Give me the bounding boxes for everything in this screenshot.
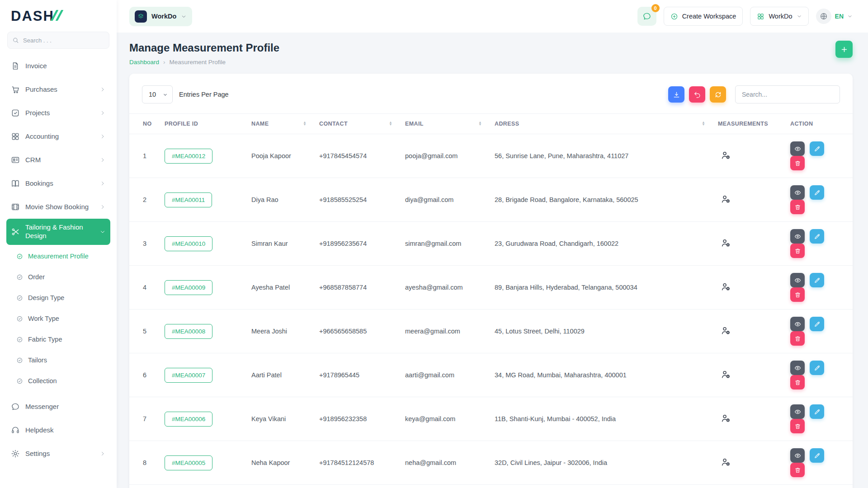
delete-button[interactable] (790, 419, 805, 433)
view-button[interactable] (790, 273, 805, 287)
sidebar-item-tailoring-fashion-design[interactable]: Tailoring & Fashion Design (6, 219, 110, 245)
measurements-button[interactable] (721, 369, 731, 380)
measurements-button[interactable] (721, 238, 731, 248)
delete-button[interactable] (790, 287, 805, 302)
profile-id-badge[interactable]: #MEA00005 (165, 455, 212, 470)
cell-name: Diya Rao (245, 178, 313, 222)
cell-address: 34, MG Road, Mumbai, Maharashtra, 400001 (488, 353, 712, 397)
trash-icon (794, 160, 801, 167)
column-header-action: ACTION (784, 114, 853, 134)
edit-button[interactable] (810, 229, 824, 244)
cell-no: 6 (129, 353, 158, 397)
view-button[interactable] (790, 185, 805, 200)
profile-id-badge[interactable]: #MEA00012 (165, 149, 212, 164)
create-workspace-button[interactable]: Create Workspace (664, 7, 743, 26)
sidebar-item-messenger[interactable]: Messenger (6, 395, 110, 418)
column-header-adress[interactable]: ADRESS▲▼ (488, 114, 712, 134)
workspace-switcher[interactable]: WorkDo (129, 7, 192, 26)
cell-contact: +918956232358 (313, 397, 399, 441)
edit-button[interactable] (810, 317, 824, 331)
cell-name: Simran Kaur (245, 222, 313, 266)
column-header-name[interactable]: NAME▲▼ (245, 114, 313, 134)
measurements-button[interactable] (721, 413, 731, 423)
cell-contact: +918956235674 (313, 222, 399, 266)
headset-icon (11, 426, 20, 435)
chevron-right-icon (99, 450, 106, 457)
language-selector[interactable]: EN (816, 9, 853, 24)
sidebar-subitem-tailors[interactable]: Tailors (10, 350, 110, 371)
sidebar-item-bookings[interactable]: Bookings (6, 172, 110, 195)
cell-profile-id: #MEA00007 (158, 353, 245, 397)
sidebar-submenu: Measurement Profile Order Design Type Wo… (6, 245, 110, 392)
edit-button[interactable] (810, 141, 824, 156)
app-logo[interactable]: DASH (0, 0, 117, 28)
view-button[interactable] (790, 229, 805, 244)
edit-button[interactable] (810, 404, 824, 419)
delete-button[interactable] (790, 375, 805, 389)
delete-button[interactable] (790, 244, 805, 258)
table-header-row: NO PROFILE ID NAME▲▼ CONTACT▲▼ EMAIL▲▼ (129, 114, 853, 134)
profile-id-badge[interactable]: #MEA00008 (165, 324, 212, 339)
check-square-icon (11, 108, 20, 117)
cell-email: aarti@gmail.com (399, 353, 488, 397)
sidebar-subitem-design-type[interactable]: Design Type (10, 287, 110, 308)
reset-button[interactable] (689, 86, 705, 103)
column-header-contact[interactable]: CONTACT▲▼ (313, 114, 399, 134)
edit-button[interactable] (810, 361, 824, 375)
profile-id-badge[interactable]: #MEA00006 (165, 412, 212, 427)
sidebar-item-movie-show-booking[interactable]: Movie Show Booking (6, 195, 110, 219)
view-button[interactable] (790, 361, 805, 375)
cell-profile-id: #MEA00008 (158, 310, 245, 353)
pencil-icon (814, 277, 821, 284)
measurements-button[interactable] (721, 325, 731, 336)
measurements-button[interactable] (721, 457, 731, 467)
sidebar-subitem-collection[interactable]: Collection (10, 371, 110, 391)
refresh-button[interactable] (710, 86, 726, 103)
sidebar-item-projects[interactable]: Projects (6, 101, 110, 125)
profile-id-badge[interactable]: #MEA00011 (165, 192, 212, 207)
sidebar-search-input[interactable] (7, 32, 109, 49)
view-button[interactable] (790, 448, 805, 463)
sidebar-item-helpdesk[interactable]: Helpdesk (6, 418, 110, 442)
profile-id-badge[interactable]: #MEA00009 (165, 280, 212, 295)
delete-button[interactable] (790, 200, 805, 214)
measurements-button[interactable] (721, 194, 731, 204)
workdo-dropdown-button[interactable]: WorkDo (750, 7, 808, 26)
messages-badge: 0 (651, 4, 660, 12)
view-button[interactable] (790, 141, 805, 156)
table-search-input[interactable] (735, 85, 840, 103)
sidebar-subitem-order[interactable]: Order (10, 267, 110, 287)
edit-button[interactable] (810, 448, 824, 463)
sidebar-item-crm[interactable]: CRM (6, 148, 110, 172)
table-row: 9 #MEA00004 Kavya Singh +9178965412365 k… (129, 485, 853, 488)
delete-button[interactable] (790, 331, 805, 346)
sidebar-item-purchases[interactable]: Purchases (6, 78, 110, 101)
sidebar-item-settings[interactable]: Settings (6, 442, 110, 465)
sidebar-subitem-fabric-type[interactable]: Fabric Type (10, 329, 110, 350)
edit-button[interactable] (810, 185, 824, 200)
profile-id-badge[interactable]: #MEA00010 (165, 236, 212, 251)
sidebar-item-accounting[interactable]: Accounting (6, 125, 110, 148)
add-profile-button[interactable] (835, 41, 853, 58)
messages-button[interactable]: 0 (637, 7, 656, 26)
entries-per-page-select[interactable]: 10 (142, 85, 173, 103)
delete-button[interactable] (790, 156, 805, 170)
sidebar-subitem-measurement-profile[interactable]: Measurement Profile (10, 246, 110, 267)
breadcrumb-dashboard-link[interactable]: Dashboard (129, 59, 159, 66)
cell-name: Ayesha Patel (245, 266, 313, 310)
cell-email: kavya@gmail.com (399, 485, 488, 488)
table-row: 2 #MEA00011 Diya Rao +918585525254 diya@… (129, 178, 853, 222)
measurements-button[interactable] (721, 282, 731, 292)
measurements-button[interactable] (721, 150, 731, 160)
delete-button[interactable] (790, 463, 805, 477)
sidebar-subitem-work-type[interactable]: Work Type (10, 308, 110, 329)
user-gear-icon (721, 282, 731, 292)
edit-button[interactable] (810, 273, 824, 287)
view-button[interactable] (790, 317, 805, 331)
column-header-email[interactable]: EMAIL▲▼ (399, 114, 488, 134)
export-button[interactable] (668, 86, 684, 103)
profile-id-badge[interactable]: #MEA00007 (165, 368, 212, 383)
sidebar-item-invoice[interactable]: Invoice (6, 54, 110, 78)
view-button[interactable] (790, 404, 805, 419)
pencil-icon (814, 365, 821, 371)
